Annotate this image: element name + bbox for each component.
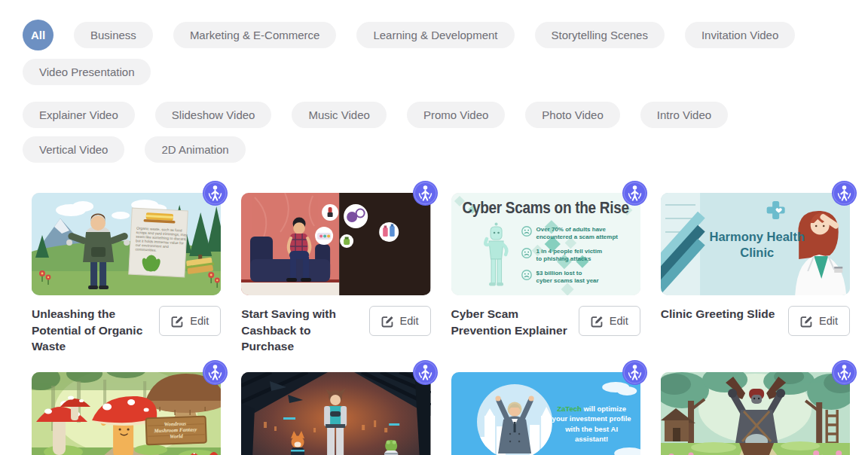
thumbnail-cyber-scam[interactable]: Cyber Scams on the Rise Over 70% of adul…	[451, 193, 640, 295]
template-card-mushroom-world: Wondrous Mushroom Fantasy World The	[32, 372, 221, 455]
filter-bar: All Business Marketing & E-Commerce Lear…	[23, 20, 845, 163]
thumbnail-art: ZaTech will optimize your investment pro…	[451, 372, 640, 455]
filter-all[interactable]: All	[23, 20, 53, 50]
character-rotate-icon	[832, 360, 857, 385]
sad-face-icon	[521, 270, 532, 280]
filter-marketing-ecommerce[interactable]: Marketing & E-Commerce	[173, 22, 337, 48]
thumbnail-mushroom-world[interactable]: Wondrous Mushroom Fantasy World	[32, 372, 221, 455]
character-rotate-icon	[203, 360, 228, 385]
template-card-cyber-scam: Cyber Scams on the Rise Over 70% of adul…	[451, 193, 640, 356]
character-rotate-icon	[413, 360, 438, 385]
card-footer: Start Saving with Cashback to Purchase E…	[241, 306, 430, 356]
thumbnail-art	[241, 193, 430, 295]
character-rotate-icon	[622, 360, 647, 385]
character-rotate-icon	[203, 181, 228, 206]
filter-intro-video[interactable]: Intro Video	[640, 102, 728, 128]
character-rotate-icon	[622, 181, 647, 206]
thumbnail-art	[241, 372, 430, 455]
space-festival-illustration	[241, 372, 430, 455]
clinic-slide-title: Harmony Health Clinic	[700, 229, 815, 261]
edit-button-label: Edit	[190, 315, 209, 327]
template-grid: Organic waste, such as food scraps and y…	[32, 193, 850, 455]
filter-2d-animation[interactable]: 2D Animation	[145, 136, 245, 163]
thumbnail-space-festival[interactable]	[241, 372, 430, 455]
template-title: Cyber Scam Prevention Explainer	[451, 306, 573, 338]
thumbnail-investment[interactable]: ZaTech will optimize your investment pro…	[451, 372, 640, 455]
edit-button[interactable]: Edit	[579, 306, 640, 336]
edit-button-label: Edit	[610, 315, 628, 327]
filter-business[interactable]: Business	[74, 22, 153, 48]
template-card-fantasy-monster: Fantasy Monster Game Edit	[661, 372, 850, 455]
edit-button[interactable]: Edit	[788, 306, 850, 336]
template-card-clinic: Harmony Health Clinic Clinic Greeting Sl…	[661, 193, 850, 356]
template-card-cashback: Start Saving with Cashback to Purchase E…	[241, 193, 430, 356]
cyber-bullet-list: Over 70% of adults haveencountered a sca…	[521, 226, 618, 285]
organic-waste-illustration: Organic waste, such as food scraps and y…	[32, 193, 221, 295]
cyber-bullet: 1 in 4 people fell victimto phishing att…	[521, 248, 618, 264]
thumbnail-fantasy-monster[interactable]	[661, 372, 850, 455]
template-card-organic-waste: Organic waste, such as food scraps and y…	[32, 193, 221, 356]
edit-pencil-icon	[171, 315, 184, 328]
filter-explainer-video[interactable]: Explainer Video	[23, 102, 135, 128]
cyber-bullet: Over 70% of adults haveencountered a sca…	[521, 226, 618, 242]
thumbnail-art: Cyber Scams on the Rise Over 70% of adul…	[451, 193, 640, 295]
thumbnail-art: Harmony Health Clinic	[661, 193, 850, 295]
cyber-bullet: $3 billion lost tocyber scams last year	[521, 270, 618, 286]
filter-storytelling-scenes[interactable]: Storytelling Scenes	[535, 22, 665, 48]
ad-brand-name: ZaTech	[557, 405, 582, 413]
ad-copy: ZaTech will optimize your investment pro…	[551, 404, 633, 444]
card-footer: Cyber Scam Prevention Explainer Edit	[451, 306, 640, 356]
edit-pencil-icon	[381, 315, 394, 328]
edit-pencil-icon	[800, 315, 813, 328]
card-footer: Clinic Greeting Slide Edit	[661, 306, 850, 356]
filter-slideshow-video[interactable]: Slideshow Video	[155, 102, 272, 128]
template-title: Unleashing the Potential of Organic Wast…	[32, 306, 153, 355]
filter-vertical-video[interactable]: Vertical Video	[23, 136, 124, 163]
filter-promo-video[interactable]: Promo Video	[407, 102, 505, 128]
cyber-headline: Cyber Scams on the Rise	[451, 198, 640, 217]
thumbnail-art	[661, 372, 850, 455]
thumbnail-cashback[interactable]	[241, 193, 430, 295]
edit-button-label: Edit	[819, 315, 838, 327]
thumbnail-clinic[interactable]: Harmony Health Clinic	[661, 193, 850, 295]
edit-button[interactable]: Edit	[159, 306, 221, 336]
edit-button-label: Edit	[400, 315, 419, 327]
filter-photo-video[interactable]: Photo Video	[525, 102, 619, 128]
character-rotate-icon	[413, 181, 438, 206]
thumbnail-art: Wondrous Mushroom Fantasy World	[32, 372, 221, 455]
filter-video-presentation[interactable]: Video Presentation	[23, 59, 151, 85]
filter-music-video[interactable]: Music Video	[292, 102, 386, 128]
template-title: Clinic Greeting Slide	[661, 306, 775, 322]
cashback-illustration	[241, 193, 430, 295]
filter-learning-development[interactable]: Learning & Development	[356, 22, 514, 48]
card-footer: Unleashing the Potential of Organic Wast…	[32, 306, 221, 356]
sad-face-icon	[521, 226, 532, 237]
mushroom-world-illustration: Wondrous Mushroom Fantasy World	[32, 372, 221, 455]
thumbnail-art: Organic waste, such as food scraps and y…	[32, 193, 221, 295]
fantasy-monster-illustration	[661, 372, 850, 455]
filter-invitation-video[interactable]: Invitation Video	[685, 22, 795, 48]
sad-face-icon	[521, 248, 532, 258]
template-title: Start Saving with Cashback to Purchase	[241, 306, 362, 355]
edit-pencil-icon	[591, 315, 604, 328]
character-rotate-icon	[832, 181, 857, 206]
thumbnail-organic-waste[interactable]: Organic waste, such as food scraps and y…	[32, 193, 221, 295]
template-card-investment: ZaTech will optimize your investment pro…	[451, 372, 640, 455]
template-card-space-festival: Space Festival Celebration Edit	[241, 372, 430, 455]
edit-button[interactable]: Edit	[369, 306, 431, 336]
